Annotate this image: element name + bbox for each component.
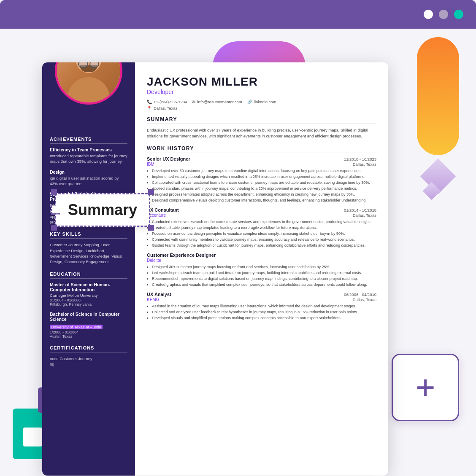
edu-1-dates: 01/2004 - 01/2006 — [50, 298, 127, 302]
summary-heading: SUMMARY — [147, 116, 376, 124]
job-4-title: UX Analyst — [147, 292, 171, 297]
email-icon: ✉ — [192, 100, 195, 104]
summary-text: Enthusiastic UX professional with over 1… — [147, 127, 376, 140]
education-heading: EDUCATION — [50, 272, 127, 279]
cert-1: nced Customer Journey — [50, 356, 127, 361]
job-3-bullet-4: Created graphics and visuals that simpli… — [152, 282, 376, 288]
resume-card: ACHIEVEMENTS Efficiency in Team Processe… — [42, 62, 388, 476]
job-3-header: Customer Experience Designer — [147, 253, 376, 258]
edu-2-location: Austin, Texas — [50, 334, 127, 339]
dot-teal — [454, 10, 463, 19]
edu-1-location: Pittsburgh, Pennsylvania — [50, 302, 127, 307]
job-4-header: UX Analyst 06/2006 - 04/2010 — [147, 292, 376, 297]
job-2-dates: 01/2014 - 10/2018 — [344, 208, 376, 212]
candidate-name: JACKSON MILLER — [147, 75, 376, 89]
phone-text: +1-(234)-555-1234 — [154, 100, 187, 104]
edu-2-degree: Bachelor of Science in Computer Science — [50, 312, 127, 322]
job-2-company-row: Accenture Dallas, Texas — [147, 213, 376, 218]
main-area: Summary ACHIEVEMENTS — [0, 29, 476, 476]
job-2-bullet-3: Focused on user-centric design principle… — [152, 231, 376, 237]
job-4-location: Dallas, Texas — [353, 297, 376, 302]
job-4-bullet-3: Developed visuals and simplified present… — [152, 315, 376, 321]
job-4-bullet-1: Assisted in the creation of journey maps… — [152, 304, 376, 309]
linkedin-contact: 🔗 linkedin.com — [247, 100, 276, 104]
location-icon: 📍 — [147, 106, 152, 110]
job-2-title: UX Consultant — [147, 207, 179, 212]
dot-white — [424, 10, 433, 19]
job-3-company-row: Deloitte — [147, 258, 376, 263]
phone-icon: 📞 — [147, 100, 152, 104]
job-2-bullet-1: Conducted extensive research on the curr… — [152, 219, 376, 225]
achievement-item-2: Design ign digital n user satisfaction s… — [50, 169, 127, 187]
job-4-bullet-2: Collected and analyzed user feedback to … — [152, 309, 376, 315]
job-4-dates: 06/2006 - 04/2010 — [344, 292, 376, 297]
browser-chrome — [0, 0, 476, 29]
corner-br — [148, 225, 154, 231]
job-4-company-row: KPMG Dallas, Texas — [147, 297, 376, 302]
cert-2: ng — [50, 361, 127, 367]
profile-img — [57, 62, 120, 102]
certifications-heading: CERTIFICATIONS — [50, 345, 127, 352]
edu-1-degree: Master of Science in Human-Computer Inte… — [50, 282, 127, 292]
glasses-container — [78, 62, 99, 65]
job-3-bullet-1: Designed 30+ customer journey maps focus… — [152, 264, 376, 270]
job-2-bullet-2: Created editable journey map templates l… — [152, 225, 376, 231]
edu-2-dates: 1/2000 - 01/2004 — [50, 330, 127, 334]
job-3-bullet-3: Recommended improvements to digital solu… — [152, 276, 376, 282]
location-row: 📍 Dallas, Texas — [147, 106, 376, 110]
corner-tr — [148, 189, 154, 195]
left-panel: ACHIEVEMENTS Efficiency in Team Processe… — [42, 62, 135, 476]
achievements-heading: ACHIEVEMENTS — [50, 137, 127, 144]
achievement-1-title: Efficiency in Team Processes — [50, 147, 127, 152]
email-contact: ✉ info@resumementor.com — [192, 100, 242, 104]
contact-row: 📞 +1-(234)-555-1234 ✉ info@resumementor.… — [147, 100, 376, 104]
job-2-header: UX Consultant 01/2014 - 10/2018 — [147, 207, 376, 212]
achievement-item-1: Efficiency in Team Processes Introduced … — [50, 147, 127, 164]
job-2-bullet-4: Connected with community members to vali… — [152, 237, 376, 242]
edu-1-school: Carnegie Mellon University — [50, 293, 127, 298]
job-1-bullet-5: Designed process templates adopted acros… — [152, 192, 376, 197]
job-3-company: Deloitte — [147, 258, 161, 263]
job-1-bullet-3: Collaborated with cross-functional teams… — [152, 180, 376, 186]
deco-white-sq — [23, 428, 42, 446]
email-text: info@resumementor.com — [197, 100, 242, 104]
work-history-heading: WORK HISTORY — [147, 145, 376, 153]
linkedin-icon: 🔗 — [247, 100, 252, 104]
job-2-bullets: Conducted extensive research on the curr… — [152, 219, 376, 248]
achievement-1-text: Introduced repeatable templates for jour… — [50, 153, 127, 164]
profile-photo — [55, 62, 122, 105]
summary-tooltip-label: Summary — [68, 201, 137, 218]
job-1-location: Dallas, Texas — [353, 162, 376, 167]
key-skills-heading: KEY SKILLS — [50, 231, 127, 239]
person-head-shape — [76, 62, 101, 73]
job-4-bullets: Assisted in the creation of journey maps… — [152, 304, 376, 321]
key-skills-text: Customer Journey Mapping, User Experienc… — [50, 242, 127, 264]
summary-tooltip: Summary — [55, 193, 150, 227]
job-1-bullet-2: Implemented visually appealing designs w… — [152, 174, 376, 180]
corner-bl — [51, 225, 57, 231]
job-3-bullets: Designed 30+ customer journey maps focus… — [152, 264, 376, 288]
job-1-bullet-1: Developed over 50 customer journey maps … — [152, 168, 376, 174]
job-1-bullets: Developed over 50 customer journey maps … — [152, 168, 376, 203]
edu-2-school: University of Texas at Austin — [50, 325, 103, 329]
job-3-title: Customer Experience Designer — [147, 253, 216, 258]
job-1-dates: 11/2018 - 10/2023 — [344, 157, 376, 161]
right-panel: JACKSON MILLER Developer 📞 +1-(234)-555-… — [135, 62, 388, 476]
location-text: Dallas, Texas — [154, 106, 177, 110]
deco-orange-blob — [417, 37, 459, 155]
job-1-company: IBM — [147, 162, 154, 167]
edu-item-2: Bachelor of Science in Computer Science … — [50, 312, 127, 339]
candidate-title: Developer — [147, 89, 376, 95]
job-3-bullet-2: Led workshops to teach teams to build an… — [152, 270, 376, 276]
achievement-2-title: Design — [50, 169, 127, 175]
job-2-bullet-5: Guided teams through the adoption of Luc… — [152, 243, 376, 248]
job-4-company: KPMG — [147, 297, 159, 302]
corner-tl — [51, 189, 57, 195]
phone-contact: 📞 +1-(234)-555-1234 — [147, 100, 187, 104]
job-1-bullet-6: Designed comprehensive visuals depicting… — [152, 198, 376, 203]
job-1-bullet-4: Applied standard phases within journey m… — [152, 186, 376, 191]
job-1-title: Senior UX Designer — [147, 156, 190, 161]
job-1-company-row: IBM Dallas, Texas — [147, 162, 376, 167]
edu-item-1: Master of Science in Human-Computer Inte… — [50, 282, 127, 307]
dot-gray — [439, 10, 448, 19]
